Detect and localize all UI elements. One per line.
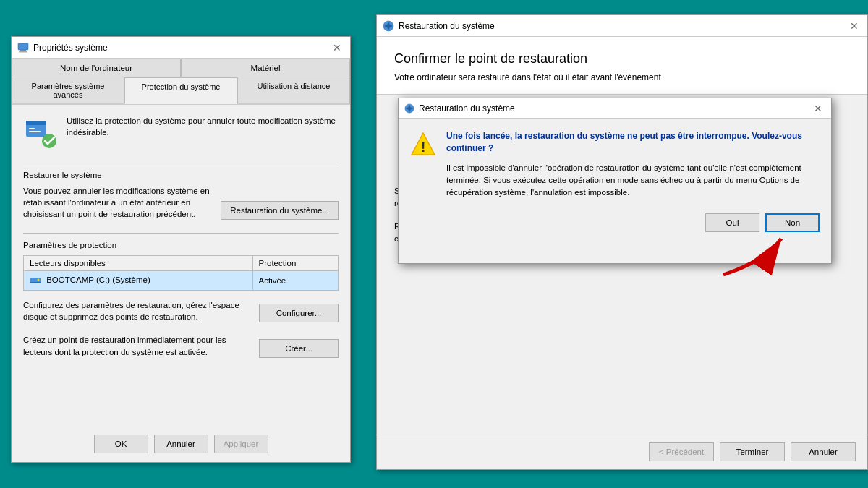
intro-section: Utilisez la protection du système pour a…	[23, 115, 339, 150]
wizard-footer: < Précédent Terminer Annuler	[377, 435, 867, 469]
protection-table: Lecteurs disponibles Protection BOOTCAMP	[23, 255, 339, 291]
svg-text:!: !	[421, 139, 426, 155]
restore-system-button[interactable]: Restauration du système...	[221, 201, 339, 220]
intro-text: Utilisez la protection du système pour a…	[67, 115, 339, 138]
create-text: Créez un point de restauration immédiate…	[23, 334, 252, 357]
sys-props-close-button[interactable]: ✕	[330, 40, 344, 55]
svg-rect-2	[19, 51, 27, 53]
tabs-row2: Paramètres système avancés Protection du…	[12, 77, 350, 105]
sys-props-bottom-buttons: OK Annuler Appliquer	[12, 435, 350, 453]
restore-title-bar-left: Restauration du système	[383, 20, 495, 32]
restore-section: Vous pouvez annuler les modifications sy…	[23, 185, 339, 220]
sys-props-body: Utilisez la protection du système pour a…	[12, 105, 350, 380]
oui-button[interactable]: Oui	[705, 213, 760, 232]
protection-params-label: Paramètres de protection	[23, 241, 339, 249]
confirm-dialog-icon	[404, 103, 414, 114]
config-section: Configurez des paramètres de restauratio…	[23, 299, 339, 322]
sys-props-title: Propriétés système	[33, 43, 108, 53]
tabs-row1: Nom de l'ordinateur Matériel	[12, 59, 350, 77]
finish-button[interactable]: Terminer	[720, 442, 785, 461]
non-button[interactable]: Non	[765, 213, 820, 232]
svg-rect-1	[20, 50, 26, 51]
confirm-desc: Il est impossible d'annuler l'opération …	[446, 162, 817, 200]
computer-icon	[17, 42, 29, 53]
configure-button[interactable]: Configurer...	[259, 304, 339, 322]
drive-icon	[30, 275, 41, 286]
create-section: Créez un point de restauration immédiate…	[23, 334, 339, 357]
confirm-dialog: Restauration du système ✕ ! Une fois lan…	[398, 98, 832, 264]
table-row[interactable]: BOOTCAMP (C:) (Système) Activée	[24, 271, 339, 291]
confirm-title-bar: Restauration du système ✕	[399, 98, 831, 119]
protection-cell: Activée	[252, 271, 338, 291]
protect-icon	[23, 115, 58, 150]
title-bar-left: Propriétés système	[17, 42, 108, 53]
wizard-cancel-button[interactable]: Annuler	[791, 442, 856, 461]
ok-button[interactable]: OK	[94, 435, 148, 453]
warning-icon: !	[410, 132, 436, 158]
svg-point-10	[38, 279, 40, 281]
svg-rect-6	[29, 128, 35, 129]
restore-wizard-description: Votre ordinateur sera restauré dans l'ét…	[394, 72, 850, 82]
confirm-title-text: Une fois lancée, la restauration du syst…	[446, 130, 817, 155]
system-properties-window: Propriétés système ✕ Nom de l'ordinateur…	[11, 36, 351, 463]
confirm-content: Une fois lancée, la restauration du syst…	[446, 130, 817, 199]
restore-section-label: Restaurer le système	[23, 171, 339, 179]
confirm-title-bar-left: Restauration du système	[404, 103, 515, 114]
tab-hardware[interactable]: Matériel	[181, 59, 350, 77]
tab-computer-name[interactable]: Nom de l'ordinateur	[12, 59, 181, 77]
svg-rect-9	[30, 282, 41, 283]
svg-rect-7	[29, 131, 41, 132]
prev-button[interactable]: < Précédent	[649, 442, 714, 461]
svg-rect-0	[18, 43, 28, 50]
create-button[interactable]: Créer...	[259, 339, 339, 358]
restore-wizard-close-button[interactable]: ✕	[847, 19, 861, 33]
svg-rect-4	[26, 121, 46, 125]
tab-advanced[interactable]: Paramètres système avancés	[12, 77, 124, 103]
tab-remote[interactable]: Utilisation à distance	[237, 77, 350, 103]
restore-wizard-title: Restauration du système	[399, 21, 495, 31]
restore-wizard-icon	[383, 20, 394, 32]
cancel-button[interactable]: Annuler	[154, 435, 208, 453]
col-drives: Lecteurs disponibles	[24, 256, 253, 271]
sys-props-title-bar: Propriétés système ✕	[12, 37, 350, 59]
apply-button[interactable]: Appliquer	[214, 435, 268, 453]
confirm-close-button[interactable]: ✕	[811, 101, 825, 116]
config-text: Configurez des paramètres de restauratio…	[23, 299, 252, 322]
restore-wizard-header: Confirmer le point de restauration Votre…	[377, 37, 867, 95]
restore-wizard-page-title: Confirmer le point de restauration	[394, 51, 850, 67]
protection-params-section: Paramètres de protection Lecteurs dispon…	[23, 241, 339, 291]
restore-wizard-title-bar: Restauration du système ✕	[377, 15, 867, 37]
col-protection: Protection	[252, 256, 338, 271]
confirm-body: ! Une fois lancée, la restauration du sy…	[399, 119, 831, 207]
confirm-title-bar-title: Restauration du système	[419, 103, 515, 114]
confirm-buttons: Oui Non	[399, 207, 831, 241]
restore-text: Vous pouvez annuler les modifications sy…	[23, 185, 213, 220]
drive-cell: BOOTCAMP (C:) (Système)	[24, 271, 253, 291]
tab-protection[interactable]: Protection du système	[124, 77, 237, 104]
